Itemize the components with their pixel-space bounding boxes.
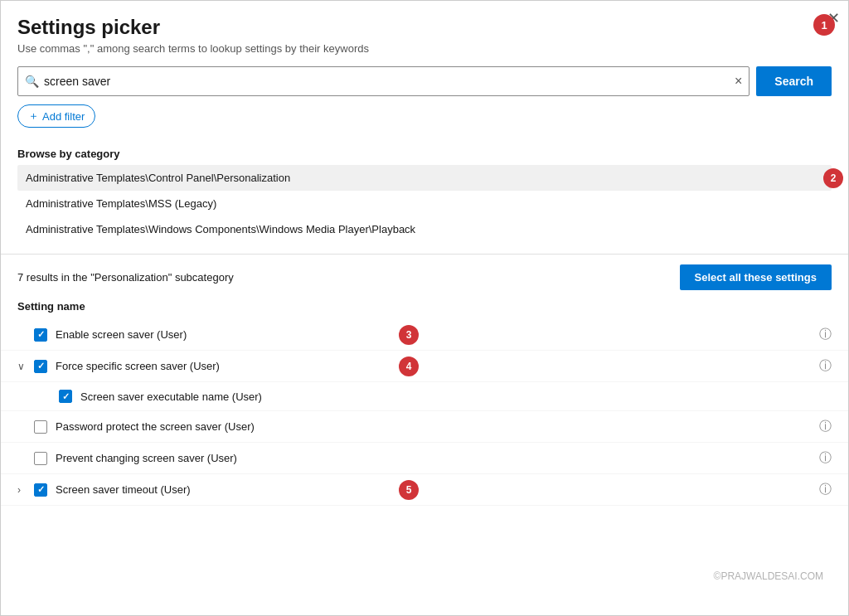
setting-label: Prevent changing screen saver (User) [56,452,813,464]
search-icon: 🔍 [25,75,39,88]
search-button[interactable]: Search [756,66,832,96]
setting-label: Force specific screen saver (User) [56,360,813,372]
info-icon[interactable]: ⓘ [819,450,832,466]
page-title: Settings picker [17,16,832,39]
setting-label: Password protect the screen saver (User) [56,420,813,433]
select-all-button[interactable]: Select all these settings [680,264,832,290]
category-item[interactable]: Administrative Templates\MSS (Legacy) [17,191,832,216]
info-icon[interactable]: ⓘ [819,358,832,374]
badge-2: 2 [823,168,843,188]
search-input-wrapper: 🔍 × [17,66,750,96]
setting-label: Screen saver timeout (User) [56,483,813,496]
info-icon[interactable]: ⓘ [819,419,832,434]
setting-row: ∨ Force specific screen saver (User) 4 ⓘ [1,351,848,382]
setting-label: Screen saver executable name (User) [80,390,832,403]
expand-button[interactable]: ∨ [17,361,25,372]
setting-checkbox[interactable] [34,452,47,465]
badge-3: 3 [399,325,419,345]
category-item[interactable]: Administrative Templates\Control Panel\P… [17,165,832,191]
info-icon[interactable]: ⓘ [819,482,832,497]
setting-checkbox[interactable] [34,360,47,373]
browse-title: Browse by category [17,148,832,160]
setting-checkbox[interactable] [34,483,47,497]
setting-row: Screen saver executable name (User) [1,382,848,411]
add-filter-label: Add filter [42,110,85,123]
settings-picker-dialog: ✕ 1 Settings picker Use commas "," among… [0,0,849,616]
clear-search-button[interactable]: × [735,75,742,88]
header: Settings picker Use commas "," among sea… [1,1,848,148]
search-row: 🔍 × Search [17,66,832,96]
results-section: 7 results in the "Personalization" subca… [1,255,848,615]
browse-section: Browse by category Administrative Templa… [1,148,848,242]
settings-list: Enable screen saver (User) 3 ⓘ ∨ Force s… [1,319,848,615]
search-input[interactable] [44,75,735,88]
setting-row: Password protect the screen saver (User)… [1,411,848,443]
setting-checkbox[interactable] [59,390,72,403]
setting-name-header: Setting name [1,297,848,319]
setting-row: Enable screen saver (User) 3 ⓘ [1,319,848,351]
add-filter-button[interactable]: ＋ Add filter [17,104,95,128]
category-item[interactable]: Administrative Templates\Windows Compone… [17,216,832,242]
badge-4: 4 [399,357,419,376]
results-count: 7 results in the "Personalization" subca… [17,271,234,284]
setting-row: › Screen saver timeout (User) 5 ⓘ [1,474,848,506]
page-subtitle: Use commas "," among search terms to loo… [17,42,832,55]
info-icon[interactable]: ⓘ [819,327,832,342]
plus-icon: ＋ [28,109,39,124]
category-list: Administrative Templates\Control Panel\P… [17,165,832,242]
results-header: 7 results in the "Personalization" subca… [1,255,848,297]
badge-5: 5 [399,480,419,500]
setting-checkbox[interactable] [34,328,47,342]
setting-checkbox[interactable] [34,420,47,434]
setting-label: Enable screen saver (User) [56,328,813,341]
expand-button[interactable]: › [17,484,21,496]
setting-row: Prevent changing screen saver (User) ⓘ [1,443,848,474]
